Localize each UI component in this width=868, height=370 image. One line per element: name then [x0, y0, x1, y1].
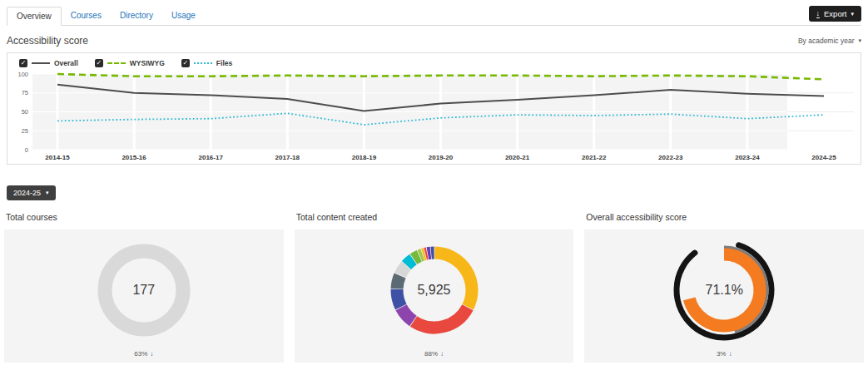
card-total-content: Total content created 5,925 88% ↓ — [295, 212, 574, 363]
svg-text:2024-25: 2024-25 — [811, 154, 836, 161]
svg-text:2015-16: 2015-16 — [122, 154, 146, 161]
svg-text:2022-23: 2022-23 — [658, 154, 683, 161]
tab-directory[interactable]: Directory — [111, 7, 162, 25]
legend-label: Files — [216, 59, 232, 67]
chart-legend: ✓ Overall ✓ WYSIWYG ✓ Files — [7, 59, 861, 67]
checkbox-checked-icon[interactable]: ✓ — [19, 59, 27, 67]
delta-indicator: 3% ↓ — [717, 350, 732, 358]
svg-text:2018-19: 2018-19 — [352, 154, 377, 161]
card-overall-score: Overall accessibility score 71.1% 3% ↓ — [584, 212, 864, 363]
svg-text:2021-22: 2021-22 — [582, 154, 607, 161]
delta-down-icon: ↓ — [728, 350, 732, 358]
year-selector-button[interactable]: 2024-25 ▾ — [7, 185, 56, 200]
section-header: Accessibility score By academic year ▾ — [7, 35, 861, 47]
legend-item-overall: ✓ Overall — [19, 59, 78, 67]
legend-item-wysiwyg: ✓ WYSIWYG — [95, 59, 165, 67]
svg-text:75: 75 — [22, 89, 28, 96]
total-courses-value: 177 — [82, 234, 206, 347]
page-title: Accessibility score — [7, 35, 88, 47]
svg-text:25: 25 — [22, 127, 28, 135]
card-title: Total courses — [6, 212, 284, 222]
wysiwyg-line-sample-icon — [107, 62, 126, 64]
summary-cards: Total courses 177 63% ↓ Total content cr… — [4, 212, 864, 363]
year-selector-label: 2024-25 — [13, 189, 41, 197]
tab-bar: Overview Courses Directory Usage — [7, 7, 861, 26]
files-line-sample-icon — [194, 62, 212, 64]
svg-text:50: 50 — [22, 108, 28, 116]
delta-indicator: 63% ↓ — [134, 350, 153, 358]
download-icon: ↓ — [816, 10, 821, 18]
tab-courses[interactable]: Courses — [62, 7, 111, 25]
delta-indicator: 88% ↓ — [424, 350, 444, 358]
legend-item-files: ✓ Files — [181, 59, 232, 67]
accessibility-line-chart: 02550751002014-152015-162016-172017-1820… — [7, 71, 859, 164]
svg-text:2020-21: 2020-21 — [505, 154, 530, 161]
checkbox-checked-icon[interactable]: ✓ — [181, 59, 190, 67]
overall-line-sample-icon — [32, 62, 50, 64]
svg-text:2019-20: 2019-20 — [429, 154, 454, 161]
overall-score-value: 71.1% — [662, 234, 786, 347]
card-total-courses: Total courses 177 63% ↓ — [4, 212, 284, 363]
academic-year-filter[interactable]: By academic year ▾ — [798, 37, 861, 45]
svg-text:100: 100 — [17, 71, 28, 78]
accessibility-score-panel: ✓ Overall ✓ WYSIWYG ✓ Files 025507510020… — [7, 52, 861, 165]
svg-text:2016-17: 2016-17 — [199, 154, 224, 161]
legend-label: Overall — [54, 59, 78, 67]
tab-overview[interactable]: Overview — [7, 7, 62, 26]
card-title: Overall accessibility score — [586, 212, 864, 222]
academic-year-filter-label: By academic year — [798, 37, 855, 45]
checkbox-checked-icon[interactable]: ✓ — [95, 59, 103, 67]
svg-text:2023-24: 2023-24 — [735, 154, 760, 161]
delta-down-icon: ↓ — [150, 350, 153, 358]
caret-down-icon: ▾ — [46, 190, 49, 196]
svg-text:2017-18: 2017-18 — [275, 154, 300, 161]
svg-text:0: 0 — [25, 146, 28, 154]
svg-text:2014-15: 2014-15 — [45, 154, 70, 161]
caret-down-icon: ▾ — [858, 37, 861, 44]
tab-usage[interactable]: Usage — [162, 7, 205, 25]
export-button[interactable]: ↓ Export ▾ — [809, 6, 861, 22]
export-button-label: Export — [824, 9, 846, 18]
total-content-value: 5,925 — [372, 234, 497, 347]
card-title: Total content created — [296, 212, 574, 222]
legend-label: WYSIWYG — [130, 59, 165, 67]
caret-down-icon: ▾ — [851, 11, 854, 17]
delta-down-icon: ↓ — [440, 350, 444, 358]
